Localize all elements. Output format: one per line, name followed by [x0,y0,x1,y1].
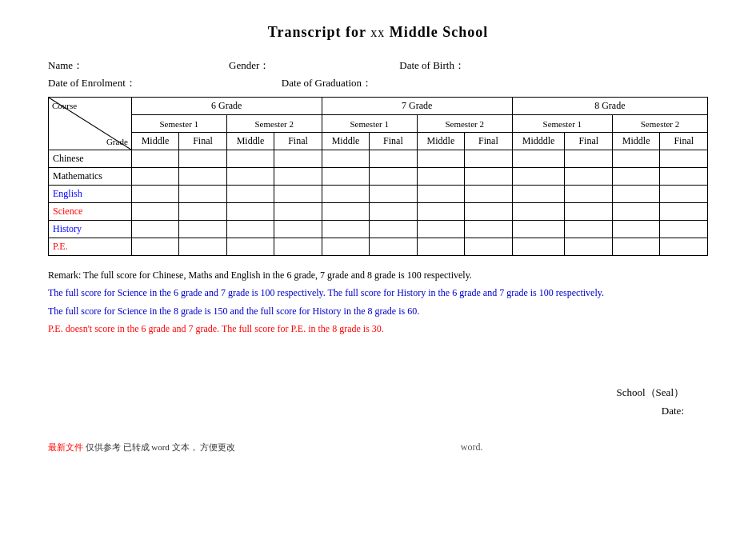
course-name-math: Mathematics [49,168,132,186]
diagonal-grade-label: Grade [106,137,128,146]
sh-1: Final [179,133,226,150]
c-c-6s2m [226,150,274,168]
remark-line4: P.E. doesn't score in the 6 grade and 7 … [48,321,708,337]
enrolment-label: Date of Enrolment： [48,76,136,90]
course-name-science: Science [49,203,132,221]
course-name-pe: P.E. [49,238,132,256]
dob-field: Date of Birth： [399,58,530,73]
grade-7-header: 7 Grade [322,98,512,115]
gender-label: Gender： [229,58,270,73]
c-c-8s1f [565,150,612,168]
c-c-7s2f [465,150,512,168]
sh-11: Final [660,133,708,150]
transcript-table-wrapper: Grade Course 6 Grade 7 Grade 8 Grade Sem… [48,97,708,256]
transcript-table: Grade Course 6 Grade 7 Grade 8 Grade Sem… [48,97,708,256]
sh-4: Middle [322,133,369,150]
course-row-history: History [49,221,708,238]
grade-6-header: 6 Grade [131,98,322,115]
c-c-7s2m [417,150,464,168]
course-row-english: English [49,186,708,203]
sh-3: Final [274,133,322,150]
name-field: Name： [48,58,181,73]
name-label: Name： [48,58,83,73]
diagonal-course-label: Course [52,101,77,110]
course-row-math: Mathematics [49,168,708,186]
bottom-section: School（Seal） Date: [48,385,708,417]
sh-2: Middle [226,133,274,150]
school-seal: School（Seal） [48,385,684,400]
sh-5: Final [370,133,417,150]
title-main: Transcript for [268,24,366,40]
footer-left-text: 最新文件 仅供参考 已转成 word 文本， 方便更改 [48,441,235,453]
course-row-science: Science [49,203,708,221]
sh-7: Final [465,133,512,150]
gender-field: Gender： [229,58,351,73]
dob-label: Date of Birth： [399,58,465,73]
s8-sem1: Semester 1 [512,115,612,133]
s7-sem1: Semester 1 [322,115,417,133]
graduation-label: Date of Graduation： [282,76,372,90]
date-field: Date: [48,405,684,417]
page-title: Transcript for xx Middle School [48,24,708,41]
c-c-6s2f [274,150,322,168]
c-c-8s1m [512,150,565,168]
sh-10: Middle [612,133,659,150]
sub-header-row: Middle Final Middle Final Middle Final M… [49,133,708,150]
sh-6: Middle [417,133,464,150]
footer-note: 最新文件 仅供参考 已转成 word 文本， 方便更改 word. [48,441,708,453]
sh-0: Middle [131,133,178,150]
course-name-history: History [49,221,132,238]
remark-line2: The full score for Science in the 6 grad… [48,285,708,301]
c-c-8s2m [612,150,659,168]
grade-header-row: Grade Course 6 Grade 7 Grade 8 Grade [49,98,708,115]
c-c-7s1f [370,150,417,168]
title-school: Middle School [390,24,489,40]
course-row-pe: P.E. [49,238,708,256]
footer-center-text: word. [235,441,708,453]
semester-header-row: Semester 1 Semester 2 Semester 1 Semeste… [49,115,708,133]
graduation-field: Date of Graduation： [282,76,438,90]
grade-8-header: 8 Grade [512,98,707,115]
course-row-chinese: Chinese [49,150,708,168]
c-c-7s1m [322,150,369,168]
remark-section: Remark: The full score for Chinese, Math… [48,267,708,337]
diagonal-cell: Grade Course [49,98,132,150]
enrolment-field: Date of Enrolment： [48,76,234,90]
remark-line1: Remark: The full score for Chinese, Math… [48,267,708,283]
sh-8: Midddle [512,133,565,150]
s6-sem2: Semester 2 [226,115,322,133]
title-xx: xx [370,26,385,39]
c-c-6s1f [179,150,226,168]
s7-sem2: Semester 2 [417,115,512,133]
info-row-2: Date of Enrolment： Date of Graduation： [48,76,708,90]
c-c-8s2f [660,150,708,168]
remark-line3: The full score for Science in the 8 grad… [48,303,708,319]
sh-9: Final [565,133,612,150]
course-name-english: English [49,186,132,203]
info-row-1: Name： Gender： Date of Birth： [48,58,708,73]
s6-sem1: Semester 1 [131,115,226,133]
course-name-chinese: Chinese [49,150,132,168]
c-c-6s1m [131,150,178,168]
s8-sem2: Semester 2 [612,115,707,133]
